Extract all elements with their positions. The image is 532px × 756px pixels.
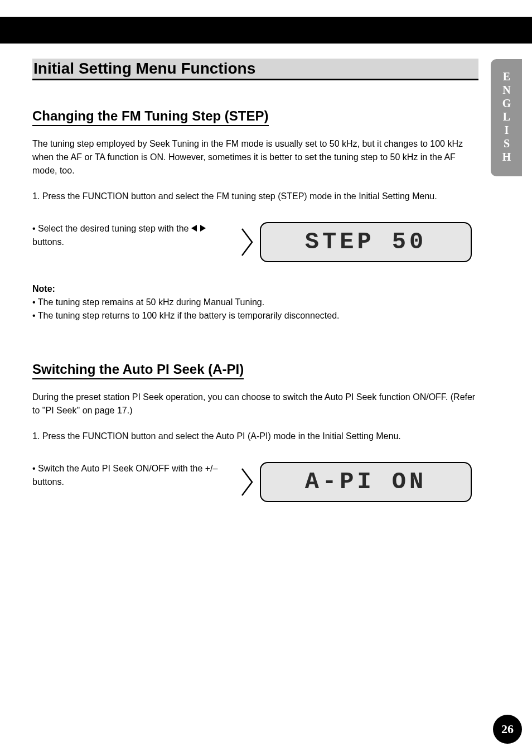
chevron-right-icon	[239, 227, 255, 258]
step-note-1: • The tuning step remains at 50 kHz duri…	[32, 296, 478, 309]
api-section: Switching the Auto PI Seek (A-PI) During…	[32, 362, 478, 502]
api-instruction-1: 1. Press the FUNCTION button and select …	[32, 430, 478, 443]
page-number-badge: 26	[493, 715, 522, 744]
step-bullet-text-a: • Select the desired tuning step with th…	[32, 224, 191, 233]
language-tab-label: ENGLISH	[500, 70, 513, 164]
api-row: • Switch the Auto PI Seek ON/OFF with th…	[32, 462, 478, 502]
step-bullet-line: • Select the desired tuning step with th…	[32, 222, 228, 249]
api-left-col: • Switch the Auto PI Seek ON/OFF with th…	[32, 462, 239, 489]
step-row: • Select the desired tuning step with th…	[32, 222, 478, 262]
step-note-2: • The tuning step returns to 100 kHz if …	[32, 309, 478, 322]
api-display: A-PI ON	[239, 462, 472, 502]
step-intro: The tuning step employed by Seek Tuning …	[32, 137, 478, 177]
header-blackbar	[0, 17, 532, 44]
content-area: Initial Setting Menu Functions Changing …	[32, 59, 478, 502]
step-heading: Changing the FM Tuning Step (STEP)	[32, 108, 269, 126]
api-bullet: • Switch the Auto PI Seek ON/OFF with th…	[32, 462, 228, 489]
note-label: Note:	[32, 284, 55, 293]
section-title: Initial Setting Menu Functions	[33, 60, 475, 78]
section-title-bar: Initial Setting Menu Functions	[32, 59, 478, 80]
page-number: 26	[501, 722, 514, 736]
step-section: Changing the FM Tuning Step (STEP) The t…	[32, 108, 478, 322]
lcd-api: A-PI ON	[260, 462, 472, 502]
api-heading: Switching the Auto PI Seek (A-PI)	[32, 362, 244, 379]
api-intro: During the preset station PI Seek operat…	[32, 391, 478, 417]
step-instruction-1: 1. Press the FUNCTION button and select …	[32, 190, 478, 203]
chevron-right-icon	[239, 466, 255, 498]
right-arrow-icon	[200, 225, 206, 232]
language-tab: ENGLISH	[491, 59, 522, 176]
step-display: STEP 50	[239, 222, 472, 262]
left-arrow-icon	[191, 225, 197, 232]
step-bullet-text-b: buttons.	[32, 237, 64, 247]
step-note-block: Note: • The tuning step remains at 50 kH…	[32, 282, 478, 322]
step-left-col: • Select the desired tuning step with th…	[32, 222, 239, 249]
lcd-step: STEP 50	[260, 222, 472, 262]
